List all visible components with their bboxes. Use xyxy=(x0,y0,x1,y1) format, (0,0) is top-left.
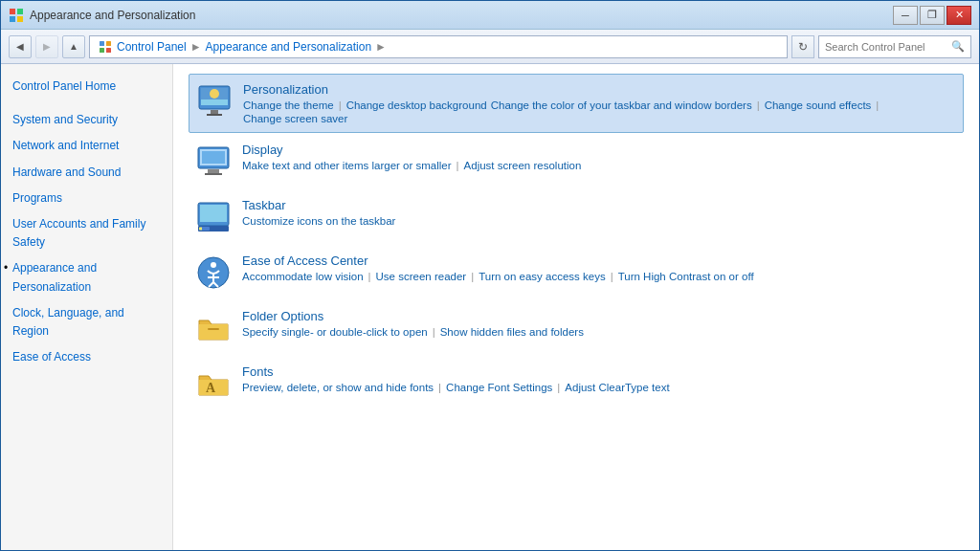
ease-link-1[interactable]: Use screen reader xyxy=(376,271,467,282)
up-button[interactable]: ▲ xyxy=(62,35,85,58)
display-link-1[interactable]: Adjust screen resolution xyxy=(464,160,582,171)
fonts-title[interactable]: Fonts xyxy=(242,364,958,379)
sidebar-item-user-accounts[interactable]: User Accounts and Family Safety xyxy=(1,211,172,255)
ease-of-access-content: Ease of Access Center Accommodate low vi… xyxy=(242,253,958,282)
svg-rect-18 xyxy=(202,151,225,164)
breadcrumb: Control Panel ► Appearance and Personali… xyxy=(98,39,387,55)
folder-options-icon xyxy=(194,309,233,347)
main-area: Control Panel Home System and Security N… xyxy=(1,64,979,550)
forward-button[interactable]: ▶ xyxy=(35,35,58,58)
display-content: Display Make text and other items larger… xyxy=(242,143,958,171)
control-panel-icon-sm xyxy=(98,39,113,55)
display-link-0[interactable]: Make text and other items larger or smal… xyxy=(242,160,452,171)
svg-rect-0 xyxy=(10,9,15,14)
folder-options-links: Specify single- or double-click to open … xyxy=(242,326,958,338)
ease-of-access-title[interactable]: Ease of Access Center xyxy=(242,253,958,268)
breadcrumb-item-1[interactable]: Control Panel xyxy=(117,40,187,54)
taskbar-links: Customize icons on the taskbar xyxy=(242,215,958,227)
title-bar: Appearance and Personalization ─ ❐ ✕ xyxy=(1,1,979,30)
refresh-button[interactable]: ↻ xyxy=(791,35,814,58)
folder-link-0[interactable]: Specify single- or double-click to open xyxy=(242,326,428,338)
svg-rect-30 xyxy=(208,328,219,330)
personalization-icon xyxy=(195,82,234,121)
fonts-content: Fonts Preview, delete, or show and hide … xyxy=(242,364,958,393)
section-folder-options[interactable]: Folder Options Specify single- or double… xyxy=(189,301,964,355)
display-icon xyxy=(194,143,233,181)
personalization-link-0[interactable]: Change the theme xyxy=(243,99,334,111)
section-ease-of-access-center[interactable]: Ease of Access Center Accommodate low vi… xyxy=(189,246,964,299)
back-button[interactable]: ◀ xyxy=(9,35,32,58)
folder-options-content: Folder Options Specify single- or double… xyxy=(242,309,958,338)
ease-link-0[interactable]: Accommodate low vision xyxy=(242,271,364,282)
svg-rect-20 xyxy=(200,205,227,222)
fonts-icon: A xyxy=(194,364,233,403)
svg-rect-6 xyxy=(100,48,104,53)
sidebar-item-programs[interactable]: Programs xyxy=(1,186,172,211)
section-display[interactable]: Display Make text and other items larger… xyxy=(189,135,964,188)
section-taskbar[interactable]: Taskbar Customize icons on the taskbar xyxy=(189,190,964,244)
personalization-link-4[interactable]: Change screen saver xyxy=(243,113,347,124)
sidebar-item-hardware-sound[interactable]: Hardware and Sound xyxy=(1,160,172,186)
sidebar-item-system-security[interactable]: System and Security xyxy=(1,107,172,133)
personalization-link-2[interactable]: Change the color of your taskbar and win… xyxy=(491,99,752,111)
taskbar-icon xyxy=(194,198,233,236)
search-input[interactable] xyxy=(825,41,947,53)
section-personalization[interactable]: Personalization Change the theme | Chang… xyxy=(189,74,964,133)
svg-rect-2 xyxy=(10,16,15,22)
fonts-link-2[interactable]: Adjust ClearType text xyxy=(565,382,669,393)
ease-link-2[interactable]: Turn on easy access keys xyxy=(479,271,606,282)
folder-options-title[interactable]: Folder Options xyxy=(242,309,958,323)
svg-point-11 xyxy=(210,89,219,99)
personalization-link-3[interactable]: Change sound effects xyxy=(765,99,872,111)
svg-rect-1 xyxy=(17,9,23,14)
personalization-content: Personalization Change the theme | Chang… xyxy=(243,82,957,124)
fonts-link-1[interactable]: Change Font Settings xyxy=(446,382,552,393)
breadcrumb-item-2[interactable]: Appearance and Personalization xyxy=(206,40,371,54)
close-button[interactable]: ✕ xyxy=(947,6,971,25)
sidebar-item-ease-access[interactable]: Ease of Access xyxy=(1,344,172,370)
svg-point-25 xyxy=(211,262,216,268)
sidebar-item-control-panel-home[interactable]: Control Panel Home xyxy=(1,74,172,99)
svg-rect-13 xyxy=(207,114,222,116)
sidebar: Control Panel Home System and Security N… xyxy=(1,64,173,550)
title-bar-buttons: ─ ❐ ✕ xyxy=(893,6,971,25)
ease-of-access-links: Accommodate low vision | Use screen read… xyxy=(242,271,958,282)
address-bar: ◀ ▶ ▲ Control Panel ► Appearance and Per… xyxy=(1,30,979,64)
search-box[interactable]: 🔍 xyxy=(818,35,971,58)
ease-of-access-icon xyxy=(194,253,233,292)
display-title[interactable]: Display xyxy=(242,143,958,157)
minimize-button[interactable]: ─ xyxy=(893,6,918,25)
section-fonts[interactable]: A Fonts Preview, delete, or show and hid… xyxy=(189,357,964,410)
folder-link-1[interactable]: Show hidden files and folders xyxy=(440,326,584,338)
svg-rect-5 xyxy=(106,41,111,46)
svg-rect-17 xyxy=(205,173,222,175)
restore-button[interactable]: ❐ xyxy=(920,6,945,25)
ease-link-3[interactable]: Turn High Contrast on or off xyxy=(618,271,754,282)
svg-rect-23 xyxy=(199,228,202,231)
svg-rect-3 xyxy=(17,16,23,22)
taskbar-content: Taskbar Customize icons on the taskbar xyxy=(242,198,958,227)
display-links: Make text and other items larger or smal… xyxy=(242,160,958,171)
fonts-links: Preview, delete, or show and hide fonts … xyxy=(242,382,958,393)
personalization-links: Change the theme | Change desktop backgr… xyxy=(243,99,957,124)
svg-text:A: A xyxy=(206,381,216,395)
content-panel: Personalization Change the theme | Chang… xyxy=(173,64,979,550)
fonts-link-0[interactable]: Preview, delete, or show and hide fonts xyxy=(242,382,434,393)
taskbar-title[interactable]: Taskbar xyxy=(242,198,958,212)
window-title: Appearance and Personalization xyxy=(30,9,195,22)
personalization-link-1[interactable]: Change desktop background xyxy=(346,99,487,111)
sidebar-item-clock-language[interactable]: Clock, Language, and Region xyxy=(1,300,172,344)
svg-rect-7 xyxy=(106,48,111,53)
search-icon: 🔍 xyxy=(951,40,965,53)
title-bar-left: Appearance and Personalization xyxy=(9,8,195,23)
address-input[interactable]: Control Panel ► Appearance and Personali… xyxy=(89,35,788,58)
sidebar-item-network-internet[interactable]: Network and Internet xyxy=(1,133,172,159)
personalization-title[interactable]: Personalization xyxy=(243,82,957,97)
svg-rect-16 xyxy=(208,169,219,173)
svg-rect-4 xyxy=(100,41,104,46)
address-right: ↻ 🔍 xyxy=(791,35,971,58)
window-icon xyxy=(9,8,24,23)
taskbar-link-0[interactable]: Customize icons on the taskbar xyxy=(242,215,395,227)
sidebar-item-appearance-personalization[interactable]: Appearance and Personalization xyxy=(1,255,172,299)
main-window: Appearance and Personalization ─ ❐ ✕ ◀ ▶… xyxy=(0,0,980,551)
